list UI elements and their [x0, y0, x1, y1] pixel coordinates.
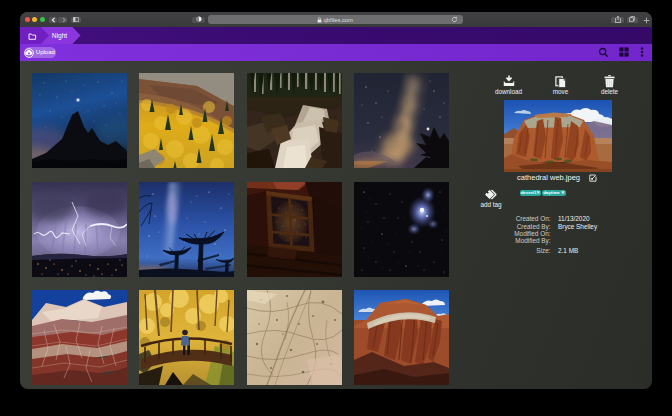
- svg-text:Night: Night: [52, 32, 68, 40]
